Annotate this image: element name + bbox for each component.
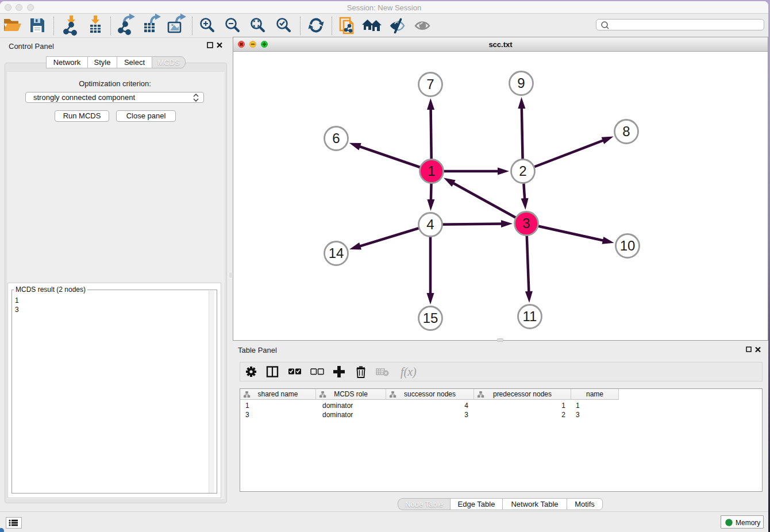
svg-text:6: 6 xyxy=(332,130,340,146)
svg-text:10: 10 xyxy=(620,238,636,253)
svg-text:8: 8 xyxy=(622,124,630,139)
svg-text:15: 15 xyxy=(423,310,438,326)
svg-text:11: 11 xyxy=(523,309,537,324)
svg-text:f(x): f(x) xyxy=(401,365,417,379)
svg-text:14: 14 xyxy=(329,245,344,261)
svg-text:2: 2 xyxy=(519,163,526,179)
svg-text:4: 4 xyxy=(426,217,434,232)
svg-text:3: 3 xyxy=(522,215,530,231)
svg-text:9: 9 xyxy=(517,75,525,91)
svg-text:1: 1 xyxy=(428,163,435,179)
svg-text:7: 7 xyxy=(426,76,434,92)
